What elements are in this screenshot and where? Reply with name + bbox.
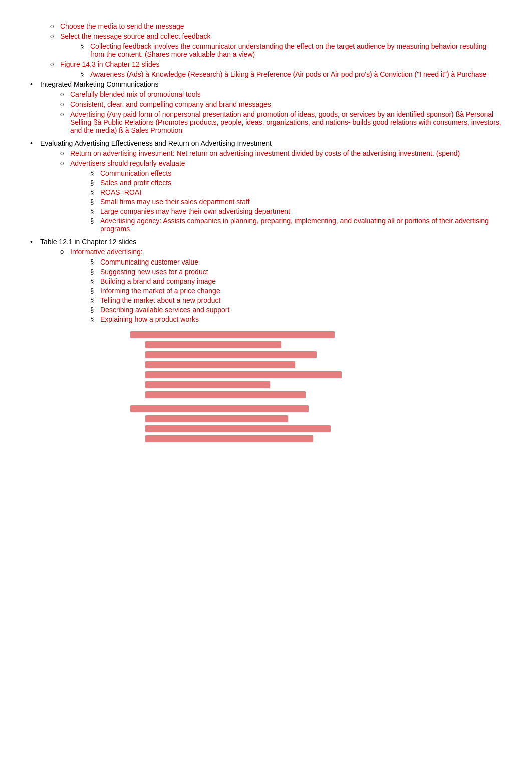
blurred-line-4 [145,361,295,368]
evaluating-o-2-text: Advertisers should regularly evaluate [70,159,185,167]
table-section-list: Communicating customer value Suggesting … [70,258,502,323]
pre-section-item-1: Collecting feedback involves the communi… [80,42,502,58]
table-sec-4-text: Informing the market of a price change [100,287,220,295]
blurred-line-9 [145,415,288,422]
blurred-group-1 [130,331,502,398]
bullet-integrated-label: Integrated Marketing Communications [40,80,159,88]
integrated-o-1: Carefully blended mix of promotional too… [60,90,502,98]
pre-section-list-1: Collecting feedback involves the communi… [60,42,502,58]
eval-sec-4: Small firms may use their sales departme… [90,198,502,206]
table-sec-2-text: Suggesting new uses for a product [100,268,208,276]
blurred-content [30,331,502,442]
table-sec-4: Informing the market of a price change [90,287,502,295]
table-o-1-text: Informative advertising: [70,248,143,256]
eval-sec-3: ROAS=ROAI [90,188,502,196]
blurred-line-2 [145,341,281,348]
table-sec-3-text: Building a brand and company image [100,277,216,285]
integrated-o-2-text: Consistent, clear, and compelling compan… [70,100,271,108]
table-sec-5: Telling the market about a new product [90,296,502,304]
bullet-table-label: Table 12.1 in Chapter 12 slides [40,238,136,246]
pre-o-item-1: Choose the media to send the message [50,22,502,30]
table-sec-2: Suggesting new uses for a product [90,268,502,276]
eval-sec-3-text: ROAS=ROAI [100,188,141,196]
main-list: Integrated Marketing Communications Care… [30,80,502,323]
bullet-evaluating-label: Evaluating Advertising Effectiveness and… [40,139,272,147]
table-o-list: Informative advertising: Communicating c… [40,248,502,323]
table-sec-1-text: Communicating customer value [100,258,198,266]
table-sec-6-text: Describing available services and suppor… [100,306,229,314]
pre-section-list-2: Awareness (Ads) à Knowledge (Research) à… [60,70,502,78]
pre-o-item-2-text: Select the message source and collect fe… [60,32,210,40]
eval-sec-5-text: Large companies may have their own adver… [100,207,290,215]
eval-sec-4-text: Small firms may use their sales departme… [100,198,250,206]
evaluating-o-1-text: Return on advertising investment: Net re… [70,149,460,157]
pre-o-item-1-text: Choose the media to send the message [60,22,184,30]
eval-sec-5: Large companies may have their own adver… [90,207,502,215]
pre-o-item-2: Select the message source and collect fe… [50,32,502,58]
blurred-line-1 [130,331,335,338]
integrated-o-1-text: Carefully blended mix of promotional too… [70,90,201,98]
pre-o-item-3-text: Figure 14.3 in Chapter 12 slides [60,60,159,68]
bullet-table: Table 12.1 in Chapter 12 slides Informat… [30,238,502,323]
blurred-subgroup-2 [130,415,502,442]
evaluating-o-list: Return on advertising investment: Net re… [40,149,502,233]
blurred-line-6 [145,381,270,388]
pre-section: Choose the media to send the message Sel… [30,22,502,78]
blurred-line-3 [145,351,317,358]
table-sec-7: Explaining how a product works [90,315,502,323]
blurred-subgroup-1 [130,341,502,398]
blurred-line-10 [145,425,331,432]
evaluating-o-1: Return on advertising investment: Net re… [60,149,502,157]
eval-sec-6: Advertising agency: Assists companies in… [90,217,502,233]
integrated-o-3-text: Advertising (Any paid form of nonpersona… [70,110,501,134]
table-sec-3: Building a brand and company image [90,277,502,285]
pre-o-item-3: Figure 14.3 in Chapter 12 slides Awarene… [50,60,502,78]
eval-sec-6-text: Advertising agency: Assists companies in… [100,217,489,233]
table-sec-1: Communicating customer value [90,258,502,266]
pre-o-list: Choose the media to send the message Sel… [30,22,502,78]
blurred-line-5 [145,371,342,378]
evaluating-section-list: Communication effects Sales and profit e… [70,169,502,233]
blurred-line-8 [130,405,309,412]
blurred-line-11 [145,435,313,442]
eval-sec-1-text: Communication effects [100,169,171,177]
eval-sec-1: Communication effects [90,169,502,177]
blurred-line-7 [145,391,306,398]
blurred-group-2 [130,405,502,442]
integrated-o-2: Consistent, clear, and compelling compan… [60,100,502,108]
eval-sec-2: Sales and profit effects [90,179,502,187]
pre-section-item-1-text: Collecting feedback involves the communi… [90,42,486,58]
integrated-o-3: Advertising (Any paid form of nonpersona… [60,110,502,134]
table-sec-7-text: Explaining how a product works [100,315,199,323]
pre-section-item-2-text: Awareness (Ads) à Knowledge (Research) à… [90,70,486,78]
evaluating-o-2: Advertisers should regularly evaluate Co… [60,159,502,233]
table-sec-5-text: Telling the market about a new product [100,296,220,304]
table-o-1: Informative advertising: Communicating c… [60,248,502,323]
bullet-integrated: Integrated Marketing Communications Care… [30,80,502,134]
table-sec-6: Describing available services and suppor… [90,306,502,314]
pre-section-item-2: Awareness (Ads) à Knowledge (Research) à… [80,70,502,78]
integrated-o-list: Carefully blended mix of promotional too… [40,90,502,134]
eval-sec-2-text: Sales and profit effects [100,179,171,187]
bullet-evaluating: Evaluating Advertising Effectiveness and… [30,139,502,233]
